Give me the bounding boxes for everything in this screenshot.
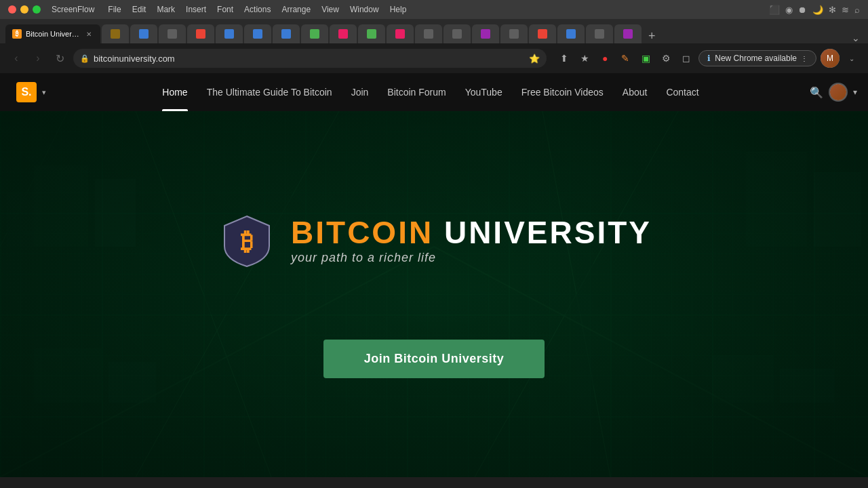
system-icon-4: 🌙 (812, 5, 823, 15)
site-search-icon[interactable]: 🔍 (810, 86, 823, 99)
tab-favicon-14 (452, 29, 462, 39)
chrome-update-button[interactable]: ℹ New Chrome available ⋮ (698, 50, 816, 66)
share-icon[interactable]: ⬆ (556, 50, 572, 66)
nav-join[interactable]: Join (342, 73, 378, 111)
logo-dropdown-icon[interactable]: ▾ (42, 88, 46, 97)
tab-16[interactable] (500, 24, 528, 43)
profile-menu-button[interactable]: ⌄ (844, 50, 860, 66)
extension-icon-2[interactable]: ✎ (617, 50, 633, 66)
site-avatar-image (830, 84, 846, 100)
tab-overflow-button[interactable]: ⌄ (849, 33, 863, 43)
titlebar: ScreenFlow File Edit Mark Insert Font Ac… (0, 0, 868, 19)
maximize-window-button[interactable] (33, 5, 41, 14)
brand-university: UNIVERSITY (433, 215, 652, 250)
tab-favicon-2 (111, 29, 120, 39)
nav-forum[interactable]: Bitcoin Forum (378, 73, 455, 111)
hero-content: ₿ BITCOIN UNIVERSITY your path to a rich… (216, 211, 652, 378)
forward-button[interactable]: › (30, 50, 46, 66)
extension-icon-3[interactable]: ▣ (637, 50, 654, 66)
menu-file[interactable]: File (108, 5, 121, 14)
tab-favicon-19 (595, 29, 604, 39)
hero-title: BITCOIN UNIVERSITY your path to a richer… (291, 217, 652, 265)
tab-13[interactable] (415, 24, 442, 43)
menu-mark[interactable]: Mark (157, 5, 175, 14)
extension-icon-5[interactable]: ◻ (678, 50, 694, 66)
tab-17[interactable] (529, 24, 556, 43)
menu-actions[interactable]: Actions (244, 5, 271, 14)
minimize-window-button[interactable] (20, 5, 28, 14)
search-icon[interactable]: ⌕ (854, 5, 860, 15)
update-icon: ℹ (707, 54, 711, 63)
menu-help[interactable]: Help (390, 5, 407, 14)
window-controls[interactable] (8, 5, 41, 14)
hero-tagline: your path to a richer life (291, 251, 652, 265)
tab-bar: ₿ Bitcoin University ✕ (0, 19, 868, 43)
tab-close-button[interactable]: ✕ (84, 29, 94, 39)
nav-about[interactable]: About (613, 73, 657, 111)
update-label: New Chrome available (715, 54, 797, 63)
tab-7[interactable] (244, 24, 271, 43)
bookmark-icon[interactable]: ⭐ (529, 54, 540, 64)
site-user-menu-icon[interactable]: ▾ (853, 87, 857, 97)
tab-9[interactable] (301, 24, 328, 43)
address-bar-row: ‹ › ↻ 🔒 bitcoinuniversity.com ⭐ ⬆ ★ ● ✎ … (0, 43, 868, 73)
menu-arrange[interactable]: Arrange (281, 5, 311, 14)
tab-favicon-6 (224, 29, 234, 39)
site-nav-links: Home The Ultimate Guide To Bitcoin Join … (52, 73, 810, 111)
nav-youtube[interactable]: YouTube (456, 73, 512, 111)
tab-favicon-17 (538, 29, 547, 39)
menu-edit[interactable]: Edit (132, 5, 146, 14)
tab-favicon-4 (167, 29, 177, 39)
tab-favicon-5 (196, 29, 205, 39)
user-avatar[interactable]: M (821, 49, 840, 68)
menu-view[interactable]: View (321, 5, 339, 14)
tab-2[interactable] (102, 24, 129, 43)
hero-title-line: BITCOIN UNIVERSITY (291, 217, 652, 248)
system-icon-1: ⬛ (769, 5, 780, 15)
menu-font[interactable]: Font (217, 5, 233, 14)
tab-12[interactable] (387, 24, 414, 43)
site-user-avatar[interactable] (829, 83, 848, 102)
tab-favicon: ₿ (12, 29, 22, 39)
tab-label: Bitcoin University (26, 30, 80, 38)
extension-icon-4[interactable]: ⚙ (658, 50, 674, 66)
app-name: ScreenFlow (52, 5, 94, 14)
star-icon[interactable]: ★ (576, 50, 593, 66)
new-tab-button[interactable]: + (646, 29, 658, 43)
tab-4[interactable] (159, 24, 186, 43)
tab-3[interactable] (130, 24, 157, 43)
menu-insert[interactable]: Insert (186, 5, 206, 14)
tab-10[interactable] (330, 24, 357, 43)
tab-5[interactable] (187, 24, 214, 43)
tab-18[interactable] (557, 24, 585, 43)
nav-videos[interactable]: Free Bitcoin Videos (512, 73, 613, 111)
toolbar-actions: ⬆ ★ ● ✎ ▣ ⚙ ◻ ℹ New Chrome available ⋮ M… (556, 49, 860, 68)
site-logo[interactable]: S. ▾ (11, 82, 52, 102)
tab-6[interactable] (216, 24, 243, 43)
refresh-button[interactable]: ↻ (52, 50, 68, 66)
url-bar[interactable]: 🔒 bitcoinuniversity.com ⭐ (73, 49, 547, 68)
back-button[interactable]: ‹ (8, 50, 24, 66)
tab-20[interactable] (614, 24, 642, 43)
active-tab[interactable]: ₿ Bitcoin University ✕ (5, 24, 100, 43)
nav-guide[interactable]: The Ultimate Guide To Bitcoin (197, 73, 342, 111)
tab-favicon-16 (509, 29, 519, 39)
tab-favicon-18 (566, 29, 576, 39)
extension-icon-1[interactable]: ● (597, 50, 613, 66)
tab-15[interactable] (472, 24, 499, 43)
nav-contact[interactable]: Contact (656, 73, 708, 111)
tab-11[interactable] (358, 24, 385, 43)
tab-8[interactable] (273, 24, 300, 43)
tab-14[interactable] (443, 24, 471, 43)
tab-favicon-11 (367, 29, 376, 39)
menu-window[interactable]: Window (350, 5, 379, 14)
tab-favicon-3 (139, 29, 149, 39)
nav-home[interactable]: Home (153, 73, 197, 111)
tab-favicon-9 (310, 29, 319, 39)
hero-brand: ₿ BITCOIN UNIVERSITY your path to a rich… (216, 211, 652, 272)
tab-19[interactable] (586, 24, 613, 43)
close-window-button[interactable] (8, 5, 16, 14)
menu-bar: File Edit Mark Insert Font Actions Arran… (108, 5, 406, 14)
join-button[interactable]: Join Bitcoin University (323, 340, 545, 378)
system-icons: ⬛ ◉ ⏺ 🌙 ✻ ≋ ⌕ (769, 5, 860, 15)
